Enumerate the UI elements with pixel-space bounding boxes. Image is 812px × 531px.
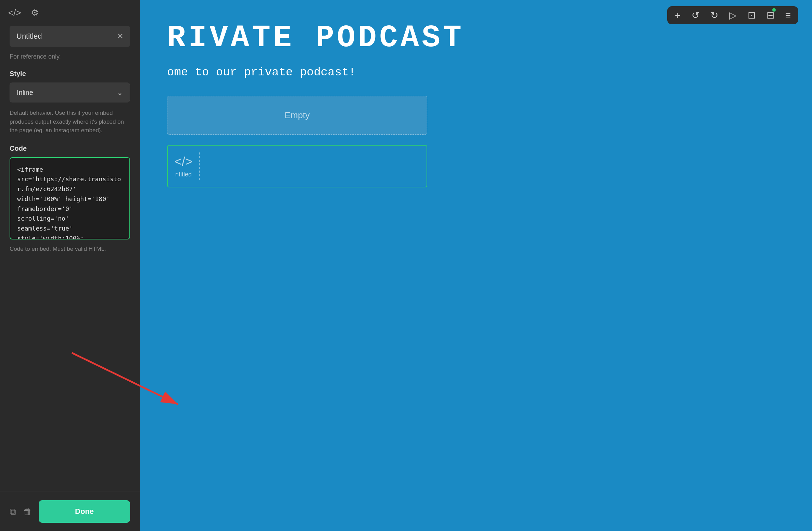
embed-icon-area: </> ntitled [175, 155, 192, 178]
podcast-subtitle: ome to our private podcast! [167, 66, 785, 79]
style-hint: Default behavior. Use this if your embed… [10, 109, 130, 135]
close-icon[interactable]: ✕ [117, 32, 123, 41]
save-button[interactable]: ⊟ [766, 10, 774, 21]
sidebar-top-icons: </> ⚙ [0, 0, 140, 26]
empty-text: Empty [284, 110, 310, 121]
embed-block[interactable]: </> ntitled [167, 145, 427, 187]
add-button[interactable]: + [675, 10, 680, 21]
settings-icon[interactable]: ⚙ [31, 8, 39, 18]
delete-icon[interactable]: 🗑 [23, 506, 32, 517]
sidebar: </> ⚙ Untitled ✕ For reference only. Sty… [0, 0, 140, 531]
play-button[interactable]: ▷ [729, 10, 737, 21]
undo-button[interactable]: ↺ [692, 10, 699, 21]
panel-title: Untitled [16, 32, 42, 41]
chevron-down-icon: ⌄ [117, 88, 123, 97]
mobile-button[interactable]: ⊡ [748, 10, 756, 21]
empty-block: Empty [167, 96, 427, 135]
code-label: Code [10, 145, 130, 152]
embed-label: ntitled [175, 171, 192, 178]
embed-code-icon: </> [175, 155, 192, 169]
style-dropdown[interactable]: Inline ⌄ [10, 83, 130, 102]
canvas-content: RIVATE PODCAST ome to our private podcas… [140, 0, 812, 208]
duplicate-icon[interactable]: ⧉ [10, 506, 16, 517]
toolbar: + ↺ ↻ ▷ ⊡ ⊟ ≡ [667, 6, 798, 24]
done-button[interactable]: Done [39, 500, 130, 523]
style-label: Style [10, 70, 130, 78]
code-icon[interactable]: </> [8, 8, 21, 18]
embed-block-inner [199, 152, 420, 180]
for-reference-text: For reference only. [10, 53, 130, 60]
menu-button[interactable]: ≡ [785, 10, 791, 21]
style-value: Inline [17, 89, 33, 97]
canvas: RIVATE PODCAST ome to our private podcas… [140, 0, 812, 531]
panel-header: Untitled ✕ [10, 26, 130, 47]
sidebar-bottom: ⧉ 🗑 Done [0, 492, 140, 531]
sidebar-content: Untitled ✕ For reference only. Style Inl… [0, 26, 140, 492]
code-input[interactable]: <iframe src='https://share.transistor.fm… [10, 157, 130, 239]
podcast-title: RIVATE PODCAST [167, 21, 785, 55]
redo-button[interactable]: ↻ [710, 10, 718, 21]
code-hint: Code to embed. Must be valid HTML. [10, 246, 130, 252]
